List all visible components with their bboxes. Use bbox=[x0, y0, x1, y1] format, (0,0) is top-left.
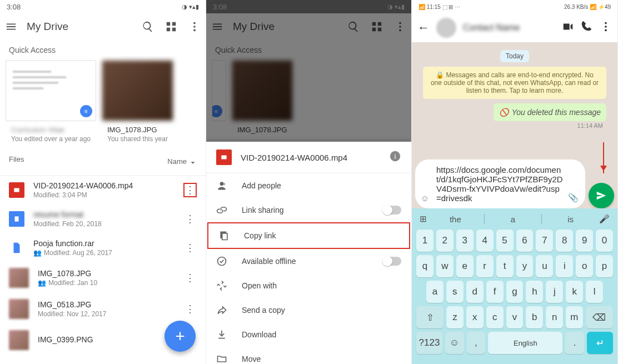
opt-link-sharing[interactable]: Link sharing bbox=[206, 198, 411, 222]
key-3[interactable]: 3 bbox=[456, 230, 474, 252]
key-v[interactable]: v bbox=[506, 306, 524, 328]
file-row[interactable]: IMG_0518.JPG Modified: Nov 12, 2017⋮ bbox=[0, 293, 206, 325]
info-icon[interactable]: i bbox=[389, 150, 401, 164]
key-l[interactable]: l bbox=[586, 281, 603, 303]
key-4[interactable]: 4 bbox=[476, 230, 494, 252]
link-sharing-toggle[interactable] bbox=[383, 206, 401, 215]
key-x[interactable]: x bbox=[466, 306, 484, 328]
sug-2[interactable]: a bbox=[489, 215, 537, 224]
key-1[interactable]: 1 bbox=[416, 230, 433, 252]
file-row[interactable]: Pooja function.rar👥 Modified: Aug 26, 20… bbox=[0, 233, 206, 262]
key-b[interactable]: b bbox=[526, 306, 543, 328]
enter-key[interactable]: ↵ bbox=[587, 332, 613, 354]
emoji-key[interactable]: ☺ bbox=[445, 332, 464, 354]
message-timestamp: 11:14 AM bbox=[417, 122, 603, 129]
overflow-icon[interactable] bbox=[600, 21, 612, 35]
emoji-icon[interactable]: ☺ bbox=[421, 193, 429, 203]
file-overflow[interactable]: ⋮ bbox=[183, 183, 197, 197]
key-d[interactable]: d bbox=[466, 281, 484, 303]
key-z[interactable]: z bbox=[446, 306, 464, 328]
period-key[interactable]: . bbox=[565, 332, 584, 354]
file-overflow[interactable]: ⋮ bbox=[183, 272, 197, 284]
day-chip: Today bbox=[500, 50, 529, 62]
key-u[interactable]: u bbox=[536, 255, 553, 277]
opt-copy-link[interactable]: Copy link bbox=[207, 222, 410, 249]
qa-card-image[interactable] bbox=[102, 60, 173, 121]
key-s[interactable]: s bbox=[446, 281, 464, 303]
key-q[interactable]: q bbox=[416, 255, 433, 277]
grid-view-icon[interactable] bbox=[165, 20, 178, 33]
file-row[interactable]: resume format Modified: Feb 20, 2018⋮ bbox=[0, 205, 206, 233]
svg-rect-8 bbox=[221, 156, 226, 159]
back-icon[interactable]: ← bbox=[417, 21, 430, 35]
mic-icon[interactable]: 🎤 bbox=[599, 214, 610, 224]
overflow-icon[interactable] bbox=[188, 20, 201, 33]
key-j[interactable]: j bbox=[546, 281, 563, 303]
key-n[interactable]: n bbox=[546, 306, 563, 328]
encryption-notice[interactable]: 🔒 Messages and calls are end-to-end encr… bbox=[423, 67, 606, 99]
sug-3[interactable]: is bbox=[546, 215, 595, 224]
key-a[interactable]: a bbox=[426, 281, 443, 303]
opt-open-with[interactable]: Open with bbox=[206, 273, 411, 298]
key-9[interactable]: 9 bbox=[576, 230, 593, 252]
opt-download[interactable]: Download bbox=[206, 322, 411, 347]
file-row[interactable]: VID-20190214-WA0006.mp4 Modified: 3:04 P… bbox=[0, 176, 206, 205]
key-p[interactable]: p bbox=[596, 255, 613, 277]
input-row: ☺ https://docs.google.com/document/d/1kq… bbox=[415, 159, 614, 208]
phone-drive-sheet: 3:08 ◑ ▾▴▮ My Drive Quick Access ≡ IMG_1… bbox=[206, 0, 412, 364]
key-t[interactable]: t bbox=[496, 255, 514, 277]
key-e[interactable]: e bbox=[456, 255, 474, 277]
key-g[interactable]: g bbox=[506, 281, 524, 303]
attach-icon[interactable]: 📎 bbox=[568, 193, 579, 203]
avatar[interactable] bbox=[436, 18, 456, 38]
file-overflow[interactable]: ⋮ bbox=[183, 213, 197, 225]
offline-toggle[interactable] bbox=[383, 257, 401, 266]
send-button[interactable] bbox=[589, 183, 614, 208]
key-0[interactable]: 0 bbox=[596, 230, 613, 252]
space-key[interactable]: English bbox=[488, 332, 562, 354]
files-header: Files Name bbox=[0, 147, 206, 176]
key-y[interactable]: y bbox=[516, 255, 534, 277]
qa-card-sub: You edited over a year ago bbox=[11, 135, 91, 143]
key-k[interactable]: k bbox=[566, 281, 583, 303]
fab-add[interactable]: + bbox=[165, 321, 196, 352]
key-5[interactable]: 5 bbox=[496, 230, 514, 252]
key-f[interactable]: f bbox=[486, 281, 504, 303]
opt-available-offline[interactable]: Available offline bbox=[206, 249, 411, 273]
key-8[interactable]: 8 bbox=[556, 230, 573, 252]
key-i[interactable]: i bbox=[556, 255, 573, 277]
key-7[interactable]: 7 bbox=[536, 230, 553, 252]
key-2[interactable]: 2 bbox=[436, 230, 453, 252]
shift-key[interactable]: ⇧ bbox=[416, 306, 443, 328]
key-6[interactable]: 6 bbox=[516, 230, 534, 252]
key-m[interactable]: m bbox=[566, 306, 583, 328]
sug-1[interactable]: the bbox=[431, 215, 480, 224]
comma-key[interactable]: , bbox=[467, 332, 486, 354]
symbols-key[interactable]: ?123 bbox=[416, 332, 442, 354]
call-icon[interactable] bbox=[581, 21, 593, 35]
file-row[interactable]: IMG_1078.JPG👥 Modified: Jan 10⋮ bbox=[0, 262, 206, 293]
key-c[interactable]: c bbox=[486, 306, 504, 328]
message-input[interactable]: ☺ https://docs.google.com/document/d/1kq… bbox=[415, 159, 585, 208]
key-h[interactable]: h bbox=[526, 281, 543, 303]
keyboard: ⊞ the a is 🎤 1234567890 qwertyuiop asdfg… bbox=[412, 208, 617, 364]
sheet-header: VID-20190214-WA0006.mp4 i bbox=[206, 142, 411, 173]
videocall-icon[interactable] bbox=[562, 21, 574, 35]
keyboard-apps-icon[interactable]: ⊞ bbox=[420, 214, 427, 224]
qa-card-doc[interactable]: ≡ bbox=[6, 60, 96, 121]
sort-by-name[interactable]: Name bbox=[167, 155, 197, 167]
search-icon[interactable] bbox=[141, 20, 154, 33]
backspace-key[interactable]: ⌫ bbox=[586, 306, 613, 328]
key-w[interactable]: w bbox=[436, 255, 453, 277]
menu-icon[interactable] bbox=[4, 20, 18, 33]
opt-send-copy[interactable]: Send a copy bbox=[206, 298, 411, 322]
file-overflow[interactable]: ⋮ bbox=[183, 303, 197, 315]
file-overflow[interactable]: ⋮ bbox=[183, 242, 197, 254]
key-r[interactable]: r bbox=[476, 255, 494, 277]
file-meta: IMG_0518.JPG Modified: Nov 12, 2017 bbox=[38, 300, 175, 318]
opt-move[interactable]: Move bbox=[206, 347, 411, 364]
file-meta: resume format Modified: Feb 20, 2018 bbox=[33, 210, 175, 228]
opt-add-people[interactable]: Add people bbox=[206, 173, 411, 198]
key-o[interactable]: o bbox=[576, 255, 593, 277]
contact-name[interactable]: Contact Name bbox=[463, 23, 555, 33]
